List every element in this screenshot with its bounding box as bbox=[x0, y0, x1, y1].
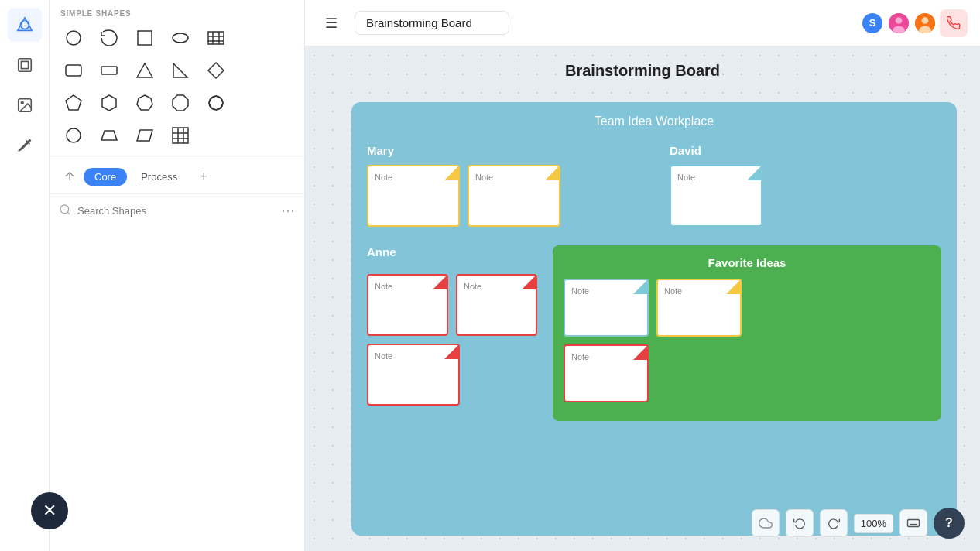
shapes-panel: SIMPLE SHAPES bbox=[50, 0, 305, 551]
search-more-button[interactable]: ⋯ bbox=[281, 202, 295, 219]
note-label: Note bbox=[375, 173, 392, 182]
svg-point-37 bbox=[896, 17, 903, 24]
team-board: Team Idea Workplace Mary Note Note bbox=[351, 102, 957, 536]
svg-point-1 bbox=[20, 21, 29, 29]
note-label: Note bbox=[571, 286, 589, 296]
shape-triangle[interactable] bbox=[128, 56, 161, 84]
main-area: ☰ Brainstorming Board S Brainstorming Bo… bbox=[305, 0, 980, 551]
note-card[interactable]: Note bbox=[456, 274, 537, 336]
anne-notes-row2: Note bbox=[367, 344, 537, 406]
svg-marker-16 bbox=[137, 63, 152, 77]
keyboard-button[interactable] bbox=[899, 509, 927, 537]
note-card[interactable]: Note bbox=[367, 344, 460, 406]
shape-pentagon[interactable] bbox=[57, 89, 90, 117]
note-card[interactable]: Note bbox=[670, 165, 762, 227]
note-card[interactable]: Note bbox=[564, 279, 649, 337]
corner-fold bbox=[444, 345, 458, 359]
tab-add-button[interactable]: + bbox=[193, 166, 214, 187]
shape-grid[interactable] bbox=[164, 121, 197, 149]
shape-table[interactable] bbox=[200, 24, 232, 52]
shape-rect-small[interactable] bbox=[93, 56, 125, 84]
person-mary: Mary Note Note bbox=[367, 144, 639, 227]
shapes-star-icon[interactable] bbox=[59, 166, 81, 187]
svg-marker-21 bbox=[137, 95, 152, 110]
sidebar-item-image[interactable] bbox=[8, 88, 42, 122]
note-card[interactable]: Note bbox=[564, 344, 649, 402]
canvas-title: Brainstorming Board bbox=[565, 62, 720, 80]
shape-circle2[interactable] bbox=[57, 121, 90, 149]
cloud-save-button[interactable] bbox=[752, 509, 780, 537]
note-label: Note bbox=[677, 173, 695, 182]
menu-button[interactable]: ☰ bbox=[317, 9, 345, 37]
shape-hexagon[interactable] bbox=[93, 89, 125, 117]
mary-name: Mary bbox=[367, 144, 639, 157]
bottom-row: Anne Note Note Note bbox=[367, 245, 941, 421]
tab-process[interactable]: Process bbox=[130, 168, 188, 186]
corner-fold bbox=[522, 276, 536, 289]
canvas-area[interactable]: Brainstorming Board Team Idea Workplace … bbox=[305, 46, 980, 551]
shape-ellipse[interactable] bbox=[164, 24, 197, 52]
shape-trapezoid[interactable] bbox=[93, 121, 125, 149]
call-button[interactable] bbox=[940, 9, 968, 37]
shape-octagon[interactable] bbox=[164, 89, 197, 117]
note-card[interactable]: Note bbox=[468, 165, 560, 227]
shape-diamond[interactable] bbox=[200, 56, 232, 84]
shape-rect-rounded[interactable] bbox=[57, 56, 90, 84]
svg-marker-26 bbox=[101, 131, 117, 140]
note-card[interactable]: Note bbox=[367, 274, 448, 336]
shape-refresh[interactable] bbox=[93, 24, 125, 52]
corner-fold bbox=[633, 346, 647, 360]
search-icon bbox=[59, 204, 71, 218]
corner-fold bbox=[726, 280, 740, 294]
fab-close-button[interactable]: ✕ bbox=[31, 492, 68, 529]
svg-marker-24 bbox=[209, 96, 223, 110]
shape-circle[interactable] bbox=[57, 24, 90, 52]
svg-rect-42 bbox=[908, 520, 920, 527]
search-input[interactable] bbox=[77, 205, 275, 217]
anne-notes-row1: Note Note bbox=[367, 274, 537, 336]
corner-fold bbox=[433, 276, 447, 289]
svg-marker-18 bbox=[208, 63, 224, 78]
svg-marker-20 bbox=[102, 95, 116, 111]
shape-square[interactable] bbox=[128, 24, 161, 52]
svg-line-35 bbox=[67, 212, 70, 214]
avatars-group: S bbox=[861, 9, 968, 37]
svg-rect-9 bbox=[208, 32, 224, 44]
favorite-notes-row2: Note bbox=[564, 344, 930, 402]
svg-point-25 bbox=[67, 128, 81, 142]
corner-fold bbox=[633, 280, 647, 294]
corner-fold bbox=[444, 166, 458, 180]
tab-core[interactable]: Core bbox=[84, 168, 127, 186]
shapes-section-label: SIMPLE SHAPES bbox=[57, 9, 296, 18]
sidebar-item-frame[interactable] bbox=[8, 48, 42, 82]
note-label: Note bbox=[375, 351, 392, 361]
shapes-search-area: ⋯ bbox=[50, 194, 304, 227]
sidebar-item-shapes[interactable] bbox=[8, 8, 42, 42]
shape-right-triangle[interactable] bbox=[164, 56, 197, 84]
sidebar-item-draw[interactable] bbox=[8, 128, 42, 163]
shape-parallelogram[interactable] bbox=[128, 121, 161, 149]
svg-marker-19 bbox=[66, 95, 81, 110]
shape-nonagon[interactable] bbox=[200, 89, 232, 117]
svg-rect-28 bbox=[173, 128, 188, 143]
shape-heptagon[interactable] bbox=[128, 89, 161, 117]
corner-fold bbox=[545, 166, 559, 180]
zoom-label: 100% bbox=[854, 514, 893, 533]
svg-rect-2 bbox=[18, 59, 31, 72]
help-button[interactable]: ? bbox=[934, 508, 965, 539]
note-card[interactable]: Note bbox=[656, 279, 742, 337]
redo-button[interactable] bbox=[820, 509, 848, 537]
doc-title: Brainstorming Board bbox=[366, 16, 472, 29]
note-card[interactable]: Note bbox=[367, 165, 460, 227]
anne-name: Anne bbox=[367, 245, 537, 258]
shapes-tabs: Core Process + bbox=[50, 159, 304, 194]
favorite-notes-row1: Note Note bbox=[564, 279, 930, 337]
note-label: Note bbox=[375, 282, 392, 291]
person-david: David Note bbox=[670, 144, 941, 227]
svg-rect-15 bbox=[101, 67, 117, 74]
note-label: Note bbox=[664, 286, 682, 296]
topbar: ☰ Brainstorming Board S bbox=[305, 0, 980, 46]
avatar-d bbox=[913, 12, 937, 35]
undo-button[interactable] bbox=[786, 509, 814, 537]
svg-marker-17 bbox=[173, 63, 187, 77]
